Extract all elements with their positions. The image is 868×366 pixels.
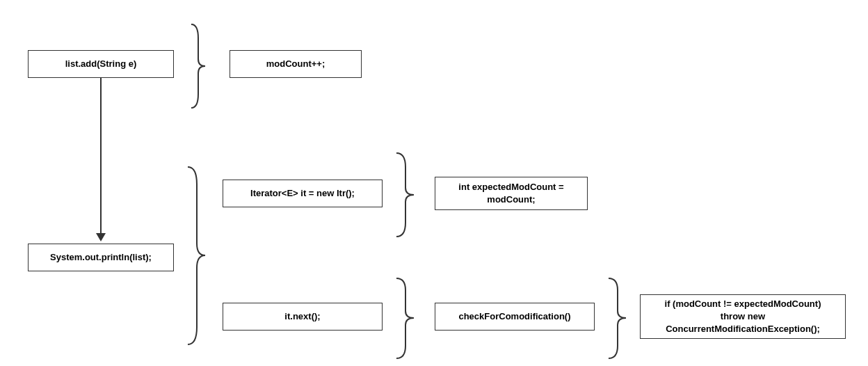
- brace-4: [386, 275, 424, 362]
- brace-5: [598, 275, 636, 362]
- box-itnext: it.next();: [223, 303, 383, 331]
- text-println: System.out.println(list);: [50, 251, 152, 264]
- text-list-add: list.add(String e): [65, 58, 137, 70]
- brace-1: [181, 21, 216, 111]
- box-expected-mod: int expectedModCount = modCount;: [435, 177, 588, 210]
- text-ifmodcount: if (modCount != expectedModCount) throw …: [665, 298, 821, 336]
- brace-2: [177, 164, 216, 348]
- arrow-line: [100, 78, 102, 234]
- box-modcount: modCount++;: [230, 50, 362, 78]
- box-checkfor: checkForComodification(): [435, 303, 595, 331]
- box-println: System.out.println(list);: [28, 244, 174, 271]
- text-expected-mod: int expectedModCount = modCount;: [444, 181, 579, 206]
- brace-3: [386, 150, 424, 240]
- box-iterator: Iterator<E> it = new Itr();: [223, 180, 383, 207]
- text-itnext: it.next();: [284, 310, 320, 323]
- text-checkfor: checkForComodification(): [458, 310, 570, 323]
- text-iterator: Iterator<E> it = new Itr();: [250, 187, 355, 200]
- box-list-add: list.add(String e): [28, 50, 174, 78]
- box-ifmodcount: if (modCount != expectedModCount) throw …: [640, 294, 846, 339]
- text-modcount: modCount++;: [266, 58, 326, 70]
- arrow-head: [96, 233, 106, 241]
